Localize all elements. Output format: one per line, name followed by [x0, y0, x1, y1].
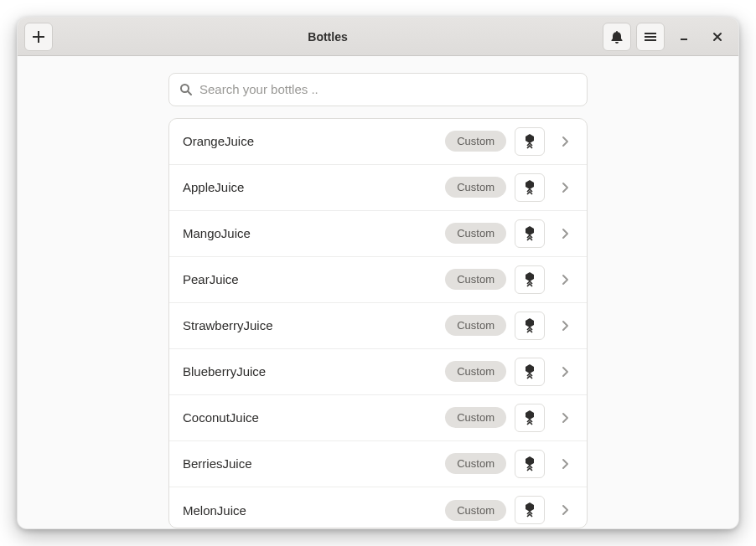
bottle-name: MelonJuice [183, 503, 437, 518]
run-executable-icon [523, 226, 536, 241]
run-executable-button[interactable] [515, 127, 545, 156]
bottle-row[interactable]: CoconutJuice Custom [169, 395, 587, 441]
run-executable-button[interactable] [515, 173, 545, 202]
bottle-type-badge: Custom [445, 453, 506, 474]
bottle-row[interactable]: PearJuice Custom [169, 257, 587, 303]
svg-line-2 [188, 91, 191, 95]
chevron-right-icon [553, 228, 577, 240]
run-executable-icon [523, 318, 536, 333]
bottle-type-badge: Custom [445, 500, 506, 521]
bottle-row[interactable]: OrangeJuice Custom [169, 119, 587, 165]
add-button[interactable] [24, 23, 53, 51]
bottle-type-badge: Custom [445, 315, 506, 336]
run-executable-button[interactable] [515, 450, 545, 478]
bottle-type-badge: Custom [445, 269, 506, 290]
bottle-row[interactable]: BlueberryJuice Custom [169, 349, 587, 395]
window-title: Bottles [58, 30, 598, 44]
run-executable-icon [523, 410, 536, 425]
chevron-right-icon [553, 458, 577, 470]
chevron-right-icon [553, 412, 577, 424]
notifications-button[interactable] [603, 23, 631, 51]
bottle-type-badge: Custom [445, 223, 506, 244]
search-icon [179, 83, 193, 96]
run-executable-icon [523, 364, 536, 379]
run-executable-icon [523, 272, 536, 287]
bottle-row[interactable]: StrawberryJuice Custom [169, 303, 587, 349]
bottle-row[interactable]: AppleJuice Custom [169, 165, 587, 211]
bottle-type-badge: Custom [445, 131, 506, 152]
plus-icon [32, 30, 45, 44]
menu-button[interactable] [636, 23, 665, 51]
run-executable-button[interactable] [515, 312, 545, 340]
run-executable-button[interactable] [515, 358, 545, 386]
bottle-row[interactable]: BerriesJuice Custom [169, 441, 587, 487]
close-icon [712, 31, 723, 43]
bottle-name: BlueberryJuice [183, 364, 437, 379]
bottle-name: CoconutJuice [183, 410, 437, 425]
bell-icon [610, 30, 624, 44]
run-executable-button[interactable] [515, 404, 545, 432]
bottle-name: StrawberryJuice [183, 318, 437, 332]
run-executable-button[interactable] [515, 219, 545, 248]
bottle-row[interactable]: MelonJuice Custom [169, 487, 587, 529]
chevron-right-icon [553, 366, 577, 378]
chevron-right-icon [553, 274, 577, 286]
run-executable-icon [523, 180, 536, 195]
search-bar[interactable] [168, 73, 588, 106]
chevron-right-icon [553, 320, 577, 332]
headerbar: Bottles [18, 18, 738, 56]
chevron-right-icon [553, 136, 577, 147]
chevron-right-icon [553, 182, 577, 193]
run-executable-icon [523, 134, 536, 149]
run-executable-icon [523, 456, 536, 471]
bottle-type-badge: Custom [445, 407, 506, 428]
close-button[interactable] [703, 23, 732, 51]
bottle-name: PearJuice [183, 272, 437, 286]
bottle-name: OrangeJuice [183, 134, 437, 148]
hamburger-icon [644, 30, 657, 44]
run-executable-icon [523, 502, 536, 518]
bottles-list: OrangeJuice Custom AppleJuice Custom [168, 118, 588, 529]
bottle-type-badge: Custom [445, 177, 506, 198]
app-window: Bottles [17, 17, 739, 529]
content-area: OrangeJuice Custom AppleJuice Custom [18, 56, 738, 528]
search-input[interactable] [199, 82, 577, 96]
run-executable-button[interactable] [515, 265, 545, 294]
bottle-name: AppleJuice [183, 180, 437, 194]
minimize-icon [678, 31, 690, 43]
chevron-right-icon [553, 504, 577, 516]
svg-rect-0 [681, 39, 687, 40]
bottle-type-badge: Custom [445, 361, 506, 382]
minimize-button[interactable] [670, 23, 698, 51]
bottle-row[interactable]: MangoJuice Custom [169, 211, 587, 257]
run-executable-button[interactable] [515, 496, 545, 524]
bottle-name: BerriesJuice [183, 456, 437, 471]
bottle-name: MangoJuice [183, 226, 437, 240]
